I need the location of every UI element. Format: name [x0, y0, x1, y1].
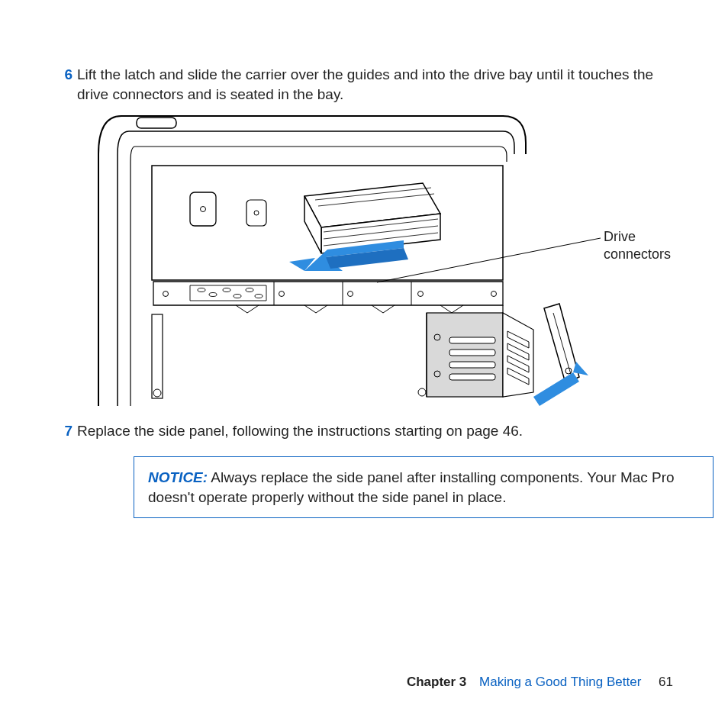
svg-rect-45 — [152, 314, 163, 398]
step-7-text: Replace the side panel, following the in… — [77, 421, 682, 441]
chapter-title: Making a Good Thing Better — [479, 675, 641, 689]
svg-rect-34 — [449, 350, 495, 356]
step-6-text: Lift the latch and slide the carrier ove… — [77, 65, 682, 104]
step-7: 7 Replace the side panel, following the … — [57, 421, 682, 441]
step-6-number: 6 — [57, 65, 72, 85]
chapter-label: Chapter 3 — [407, 675, 466, 689]
svg-rect-4 — [246, 200, 266, 226]
drive-bay-illustration — [76, 108, 671, 414]
svg-rect-33 — [449, 337, 495, 343]
svg-rect-35 — [449, 362, 495, 368]
svg-point-48 — [418, 388, 426, 396]
page-footer: Chapter 3 Making a Good Thing Better 61 — [407, 674, 673, 691]
manual-page: 6 Lift the latch and slide the carrier o… — [0, 0, 728, 728]
svg-marker-43 — [533, 372, 579, 406]
svg-rect-36 — [449, 374, 495, 380]
svg-rect-0 — [137, 118, 176, 128]
notice-box: NOTICE: Always replace the side panel af… — [134, 456, 714, 518]
callout-line-1: Drive — [604, 229, 636, 244]
callout-drive-connectors: Drive connectors — [604, 228, 671, 263]
step-6: 6 Lift the latch and slide the carrier o… — [57, 65, 682, 104]
svg-rect-2 — [190, 192, 216, 226]
figure-drive-bay: Drive connectors — [76, 108, 671, 414]
step-7-number: 7 — [57, 421, 72, 441]
notice-text: Always replace the side panel after inst… — [148, 469, 675, 505]
callout-line-2: connectors — [604, 246, 671, 262]
notice-label: NOTICE: — [148, 469, 208, 485]
page-number: 61 — [659, 675, 673, 689]
